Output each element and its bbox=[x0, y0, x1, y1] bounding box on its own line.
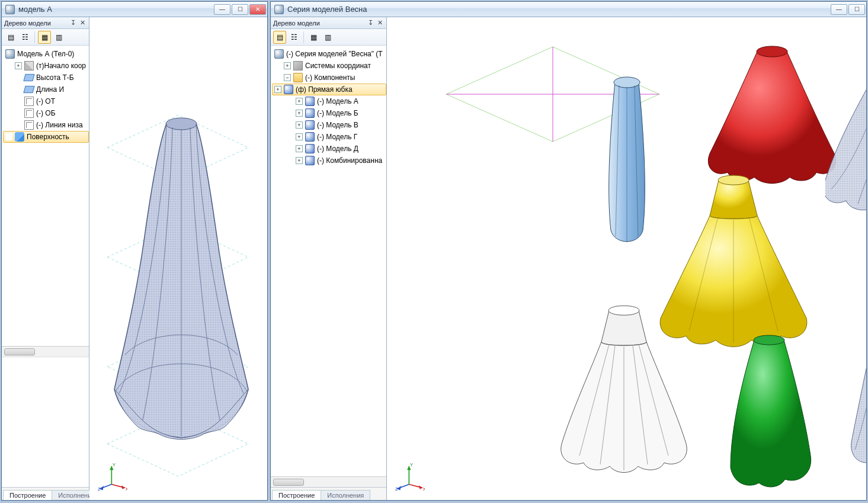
expand-icon[interactable]: + bbox=[296, 98, 303, 105]
model-skirt-green[interactable] bbox=[707, 325, 831, 500]
expand-icon[interactable]: + bbox=[274, 86, 281, 93]
maximize-button[interactable]: ☐ bbox=[848, 4, 865, 15]
titlebar-right[interactable]: Серия моделей Весна — ☐ bbox=[271, 2, 866, 17]
tree-item-surface[interactable]: Поверхность bbox=[3, 131, 89, 143]
components-icon bbox=[293, 73, 303, 82]
viewport-right[interactable]: X Y Z bbox=[387, 17, 866, 500]
tree-item-coord-systems[interactable]: + Системы координат bbox=[272, 60, 386, 72]
toolbar-btn-4[interactable]: ▥ bbox=[52, 31, 65, 44]
svg-text:X: X bbox=[126, 486, 127, 492]
tab-executions[interactable]: Исполнения bbox=[321, 490, 370, 500]
component-icon bbox=[305, 108, 315, 118]
toolbar-btn-1[interactable]: ▤ bbox=[4, 31, 17, 44]
svg-point-2 bbox=[166, 118, 197, 130]
model-tree[interactable]: Модель А (Тел-0) + (т)Начало коор Высота… bbox=[2, 46, 89, 346]
svg-text:X: X bbox=[423, 486, 425, 492]
tree-comp-model-v[interactable]: + (-) Модель В bbox=[272, 119, 386, 131]
expand-icon[interactable]: + bbox=[296, 133, 303, 140]
tab-build[interactable]: Построение bbox=[3, 490, 52, 500]
panel-close-icon[interactable]: ✕ bbox=[78, 19, 87, 27]
tab-build[interactable]: Построение bbox=[272, 490, 321, 500]
window-title: модель А bbox=[18, 5, 214, 14]
minimize-button[interactable]: — bbox=[214, 4, 230, 15]
window-series-spring: Серия моделей Весна — ☐ Дерево модели ↧ … bbox=[270, 1, 867, 501]
svg-text:Y: Y bbox=[410, 462, 413, 467]
expand-icon[interactable]: + bbox=[296, 157, 303, 164]
tree-h-scrollbar[interactable] bbox=[2, 346, 89, 357]
tree-h-scrollbar[interactable] bbox=[271, 476, 386, 487]
model-tree[interactable]: (-) Серия моделей "Весна" (Т + Системы к… bbox=[271, 46, 386, 264]
tree-item-length[interactable]: Длина И bbox=[3, 84, 89, 95]
toolbar-btn-4[interactable]: ▥ bbox=[321, 31, 334, 44]
plane-icon bbox=[23, 74, 34, 81]
panel-header[interactable]: Дерево модели ↧ ✕ bbox=[271, 17, 386, 29]
axis-triad: X Y Z bbox=[98, 462, 127, 492]
tree-root[interactable]: Модель А (Тел-0) bbox=[3, 48, 89, 60]
panel-header[interactable]: Дерево модели ↧ ✕ bbox=[2, 17, 89, 29]
tree-item-hemline[interactable]: (-) Линия низа bbox=[3, 119, 89, 131]
model-skirt-white[interactable] bbox=[553, 296, 695, 491]
tree-item-ob[interactable]: (-) ОБ bbox=[3, 107, 89, 119]
doc-icon bbox=[274, 49, 284, 59]
plane-icon bbox=[23, 86, 34, 93]
tree-root[interactable]: (-) Серия моделей "Весна" (Т bbox=[272, 48, 386, 60]
window-model-a: модель А — ☐ ✕ Дерево модели ↧ ✕ ▤ ☷ ▦ ▥ bbox=[1, 1, 268, 501]
svg-point-14 bbox=[614, 77, 640, 88]
close-button[interactable]: ✕ bbox=[249, 4, 266, 15]
tree-comp-model-a[interactable]: + (-) Модель А bbox=[272, 95, 386, 107]
toolbar-btn-2[interactable]: ☷ bbox=[18, 31, 31, 44]
pin-icon[interactable]: ↧ bbox=[69, 19, 77, 27]
minimize-button[interactable]: — bbox=[831, 4, 847, 15]
collapse-icon[interactable]: − bbox=[284, 74, 291, 81]
model-skirt-wire-grey[interactable] bbox=[825, 29, 866, 230]
doc-icon bbox=[5, 49, 15, 59]
tree-comp-model-g[interactable]: + (-) Модель Г bbox=[272, 131, 386, 143]
tree-comp-combined[interactable]: + (-) Комбинированна bbox=[272, 155, 386, 166]
svg-point-33 bbox=[754, 335, 784, 345]
panel-blank-area bbox=[2, 357, 89, 487]
tree-item-ot[interactable]: (-) ОТ bbox=[3, 95, 89, 107]
maximize-button[interactable]: ☐ bbox=[232, 4, 248, 15]
toolbar-btn-2[interactable]: ☷ bbox=[287, 31, 300, 44]
panel-toolbar: ▤ ☷ ▦ ▥ bbox=[2, 29, 89, 46]
model-skirt-wireframe[interactable] bbox=[101, 106, 261, 450]
panel-bottom-tabs: Построение Исполнения bbox=[271, 487, 386, 500]
expand-icon[interactable]: + bbox=[296, 121, 303, 129]
sketch-icon bbox=[24, 120, 34, 130]
app-icon bbox=[5, 5, 15, 14]
toolbar-btn-3[interactable]: ▦ bbox=[38, 31, 51, 44]
component-icon bbox=[305, 97, 315, 106]
toolbar-btn-1[interactable]: ▤ bbox=[273, 31, 286, 44]
expand-icon[interactable]: + bbox=[296, 145, 303, 152]
app-icon bbox=[274, 5, 284, 14]
expand-icon[interactable]: + bbox=[284, 62, 291, 69]
panel-toolbar: ▤ ☷ ▦ ▥ bbox=[271, 29, 386, 46]
expand-icon[interactable]: + bbox=[15, 62, 22, 69]
model-skirt-wire-tall[interactable] bbox=[837, 242, 866, 491]
model-tree-panel-left: Дерево модели ↧ ✕ ▤ ☷ ▦ ▥ Модель А (Тел-… bbox=[2, 17, 89, 500]
expand-icon[interactable]: + bbox=[296, 110, 303, 117]
tree-comp-model-d[interactable]: + (-) Модель Д bbox=[272, 143, 386, 155]
panel-title: Дерево модели bbox=[273, 20, 320, 27]
window-title: Серия моделей Весна bbox=[287, 5, 831, 14]
panel-close-icon[interactable]: ✕ bbox=[376, 19, 384, 27]
titlebar-left[interactable]: модель А — ☐ ✕ bbox=[2, 2, 267, 17]
panel-title: Дерево модели bbox=[4, 20, 51, 27]
viewport-left[interactable]: X Y Z bbox=[89, 17, 267, 500]
tree-item-height[interactable]: Высота Т-Б bbox=[3, 72, 89, 84]
tree-item-origin[interactable]: + (т)Начало коор bbox=[3, 60, 89, 72]
pin-icon[interactable]: ↧ bbox=[366, 19, 374, 27]
tree-comp-model-b[interactable]: + (-) Модель Б bbox=[272, 107, 386, 119]
component-icon bbox=[305, 120, 315, 130]
coord-system-icon bbox=[293, 61, 303, 71]
component-icon bbox=[284, 85, 293, 94]
origin-icon bbox=[24, 61, 34, 71]
svg-text:Z: Z bbox=[98, 486, 101, 492]
component-icon bbox=[305, 144, 315, 153]
tree-item-components[interactable]: − (-) Компоненты bbox=[272, 72, 386, 84]
tree-comp-straight-skirt[interactable]: + (ф) Прямая юбка bbox=[272, 84, 386, 95]
sketch-icon bbox=[24, 97, 34, 106]
toolbar-btn-3[interactable]: ▦ bbox=[307, 31, 320, 44]
svg-point-27 bbox=[608, 306, 639, 315]
component-icon bbox=[305, 132, 315, 142]
